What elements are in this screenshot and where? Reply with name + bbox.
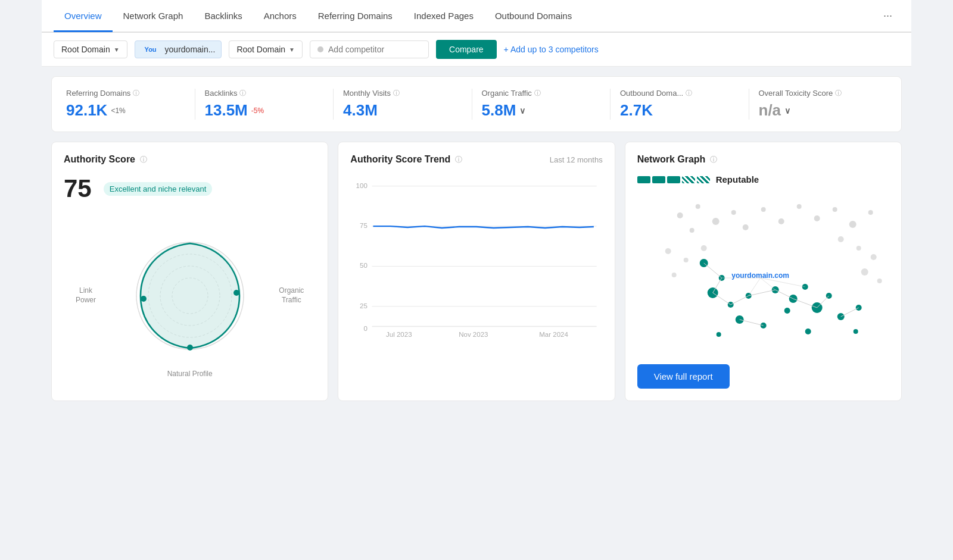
stat-label-toxicity-score: Overall Toxicity Score [759, 89, 833, 98]
domain-type-dropdown-2[interactable]: Root Domain ▼ [229, 40, 303, 58]
rep-seg-1 [637, 176, 650, 183]
dropdown-arrow-2: ▼ [289, 46, 295, 53]
svg-point-60 [805, 329, 811, 334]
svg-point-28 [778, 218, 784, 224]
svg-line-66 [748, 290, 775, 296]
nav-item-referring-domains[interactable]: Referring Domains [307, 1, 403, 32]
add-competitors-link[interactable]: + Add up to 3 competitors [504, 45, 599, 54]
stat-change-backlinks: -5% [251, 107, 264, 115]
trend-title: Authority Score Trend [350, 154, 450, 165]
reputable-label: Reputable [716, 174, 759, 184]
stat-label-organic-traffic: Organic Traffic [482, 89, 532, 98]
stat-label-monthly-visits: Monthly Visits [343, 89, 391, 98]
radar-label-organic-traffic: OrganicTraffic [279, 286, 304, 305]
svg-line-62 [703, 263, 721, 278]
excellent-badge: Excellent and niche relevant [104, 182, 213, 196]
svg-point-6 [233, 290, 239, 296]
svg-point-34 [665, 248, 671, 254]
competitor-input[interactable] [328, 45, 412, 54]
stats-bar: Referring Domains ⓘ 92.1K <1% Backlinks … [51, 76, 902, 132]
nav-item-anchors[interactable]: Anchors [253, 1, 307, 32]
stat-organic-traffic: Organic Traffic ⓘ 5.8M ∨ [472, 89, 611, 120]
svg-text:Mar 2024: Mar 2024 [540, 331, 569, 338]
trend-period: Last 12 months [550, 155, 603, 164]
nav-item-network-graph[interactable]: Network Graph [113, 1, 194, 32]
stat-info-organic-traffic[interactable]: ⓘ [534, 89, 541, 98]
compare-button[interactable]: Compare [436, 40, 497, 59]
stat-arrow-organic-traffic: ∨ [519, 106, 525, 115]
stat-info-backlinks[interactable]: ⓘ [239, 89, 246, 98]
svg-point-29 [796, 204, 801, 209]
competitor-dot [317, 46, 323, 52]
stat-info-outbound-domains[interactable]: ⓘ [686, 89, 692, 98]
svg-point-27 [761, 207, 765, 212]
stat-value-monthly-visits: 4.3M [343, 101, 378, 120]
svg-point-30 [814, 215, 820, 221]
nav-item-outbound-domains[interactable]: Outbound Domains [484, 1, 583, 32]
network-graph-info-icon[interactable]: ⓘ [710, 155, 717, 165]
rep-seg-4 [682, 176, 695, 183]
svg-point-26 [742, 224, 748, 230]
view-full-report-button[interactable]: View full report [637, 364, 730, 389]
svg-text:Nov 2023: Nov 2023 [459, 331, 488, 338]
rep-seg-3 [667, 176, 680, 183]
competitor-input-wrapper [310, 40, 429, 58]
stat-change-referring-domains: <1% [111, 107, 125, 115]
svg-point-40 [870, 254, 876, 260]
nav-item-overview[interactable]: Overview [54, 1, 113, 32]
toolbar: Root Domain ▼ You yourdomain... Root Dom… [42, 33, 911, 67]
svg-line-67 [775, 290, 793, 299]
svg-line-64 [712, 293, 730, 305]
domain-type-dropdown-1[interactable]: Root Domain ▼ [54, 40, 127, 58]
stat-value-outbound-domains: 2.7K [620, 101, 653, 120]
svg-point-61 [716, 332, 721, 337]
nav-item-indexed-pages[interactable]: Indexed Pages [403, 1, 484, 32]
stat-label-referring-domains: Referring Domains [66, 89, 130, 98]
svg-point-22 [695, 204, 700, 209]
authority-score-number: 75 [64, 174, 92, 203]
nav-more-button[interactable]: ··· [876, 0, 899, 32]
svg-point-38 [837, 236, 843, 242]
app-container: Overview Network Graph Backlinks Anchors… [42, 0, 911, 560]
chart-area: 100 75 50 25 0 Jul 2023 Nov 2023 [350, 174, 602, 341]
authority-score-info-icon[interactable]: ⓘ [140, 155, 147, 165]
reputable-bar: Reputable [637, 174, 889, 184]
trend-info-icon[interactable]: ⓘ [455, 155, 462, 165]
svg-point-37 [671, 273, 676, 277]
stat-outbound-domains: Outbound Doma... ⓘ 2.7K [611, 89, 749, 120]
network-graph-title: Network Graph [637, 154, 706, 165]
authority-score-card: Authority Score ⓘ 75 Excellent and niche… [51, 142, 328, 401]
authority-score-title: Authority Score [64, 154, 135, 165]
dropdown-arrow-1: ▼ [114, 46, 120, 53]
stat-label-outbound-domains: Outbound Doma... [620, 89, 683, 98]
svg-line-65 [730, 296, 748, 305]
network-graph-area: yourdomain.com [637, 192, 889, 358]
svg-point-24 [689, 228, 694, 233]
stat-info-toxicity-score[interactable]: ⓘ [835, 89, 842, 98]
stat-arrow-toxicity-score: ∨ [784, 106, 790, 115]
svg-point-7 [187, 345, 193, 351]
domain-type-label-1: Root Domain [61, 45, 110, 54]
stat-value-referring-domains: 92.1K [66, 101, 107, 120]
svg-text:50: 50 [360, 262, 368, 269]
svg-line-70 [748, 278, 760, 296]
stat-toxicity-score: Overall Toxicity Score ⓘ n/a ∨ [749, 89, 887, 120]
authority-score-trend-card: Authority Score Trend ⓘ Last 12 months 1… [338, 142, 615, 401]
stat-info-monthly-visits[interactable]: ⓘ [393, 89, 400, 98]
nav-item-backlinks[interactable]: Backlinks [194, 1, 253, 32]
stat-label-backlinks: Backlinks [205, 89, 238, 98]
stat-value-backlinks: 13.5M [205, 101, 248, 120]
cards-row: Authority Score ⓘ 75 Excellent and niche… [51, 142, 902, 401]
svg-point-21 [677, 212, 683, 218]
svg-point-23 [712, 218, 719, 225]
svg-point-59 [853, 329, 858, 334]
your-domain-label: yourdomain... [165, 45, 216, 54]
svg-point-39 [856, 246, 861, 251]
stat-info-referring-domains[interactable]: ⓘ [133, 89, 139, 98]
nav-bar: Overview Network Graph Backlinks Anchors… [42, 0, 911, 33]
svg-text:Jul 2023: Jul 2023 [386, 331, 412, 338]
svg-line-75 [739, 320, 763, 326]
reputation-segments [637, 176, 710, 183]
stat-referring-domains: Referring Domains ⓘ 92.1K <1% [66, 89, 195, 120]
svg-point-35 [683, 258, 688, 262]
